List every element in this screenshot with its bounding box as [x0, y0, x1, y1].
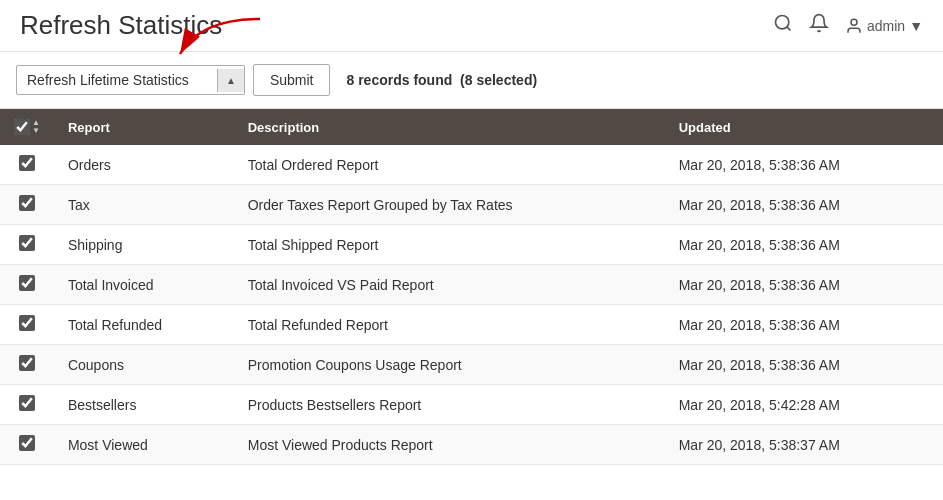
row-checkbox[interactable]	[19, 395, 35, 411]
row-description: Order Taxes Report Grouped by Tax Rates	[234, 185, 665, 225]
header-icons: admin ▼	[773, 13, 923, 38]
row-checkbox-cell[interactable]	[0, 345, 54, 385]
action-select[interactable]: Refresh Lifetime Statistics	[17, 66, 217, 94]
admin-dropdown-icon: ▼	[909, 18, 923, 34]
row-updated: Mar 20, 2018, 5:38:36 AM	[665, 265, 943, 305]
row-checkbox[interactable]	[19, 275, 35, 291]
row-checkbox-cell[interactable]	[0, 225, 54, 265]
row-checkbox[interactable]	[19, 315, 35, 331]
sort-arrows: ▲▼	[32, 119, 40, 135]
row-updated: Mar 20, 2018, 5:42:28 AM	[665, 385, 943, 425]
admin-label: admin	[867, 18, 905, 34]
action-select-wrapper[interactable]: Refresh Lifetime Statistics ▲	[16, 65, 245, 95]
page-header: Refresh Statistics admin ▼	[0, 0, 943, 52]
table-row: ShippingTotal Shipped ReportMar 20, 2018…	[0, 225, 943, 265]
row-report: Total Refunded	[54, 305, 234, 345]
table-row: BestsellersProducts Bestsellers ReportMa…	[0, 385, 943, 425]
admin-user-menu[interactable]: admin ▼	[845, 17, 923, 35]
submit-button[interactable]: Submit	[253, 64, 331, 96]
svg-point-2	[851, 19, 857, 25]
row-description: Most Viewed Products Report	[234, 425, 665, 465]
row-description: Total Shipped Report	[234, 225, 665, 265]
row-description: Total Ordered Report	[234, 145, 665, 185]
row-updated: Mar 20, 2018, 5:38:36 AM	[665, 185, 943, 225]
row-updated: Mar 20, 2018, 5:38:36 AM	[665, 225, 943, 265]
red-arrow-indicator	[160, 14, 280, 67]
row-report: Orders	[54, 145, 234, 185]
svg-point-0	[776, 16, 789, 29]
table-row: OrdersTotal Ordered ReportMar 20, 2018, …	[0, 145, 943, 185]
row-updated: Mar 20, 2018, 5:38:36 AM	[665, 345, 943, 385]
row-report: Total Invoiced	[54, 265, 234, 305]
row-report: Bestsellers	[54, 385, 234, 425]
table-row: Most ViewedMost Viewed Products ReportMa…	[0, 425, 943, 465]
records-info: 8 records found (8 selected)	[346, 72, 537, 88]
row-report: Shipping	[54, 225, 234, 265]
row-checkbox-cell[interactable]	[0, 185, 54, 225]
row-checkbox[interactable]	[19, 235, 35, 251]
row-report: Coupons	[54, 345, 234, 385]
table-header-row: ▲▼ Report Description Updated	[0, 109, 943, 145]
row-checkbox[interactable]	[19, 355, 35, 371]
select-all-checkbox[interactable]	[14, 119, 30, 135]
row-checkbox[interactable]	[19, 435, 35, 451]
row-checkbox[interactable]	[19, 195, 35, 211]
selected-count: (8 selected)	[460, 72, 537, 88]
row-updated: Mar 20, 2018, 5:38:36 AM	[665, 145, 943, 185]
row-report: Most Viewed	[54, 425, 234, 465]
select-all-col[interactable]: ▲▼	[0, 109, 54, 145]
table-row: CouponsPromotion Coupons Usage ReportMar…	[0, 345, 943, 385]
bell-icon[interactable]	[809, 13, 829, 38]
row-checkbox-cell[interactable]	[0, 145, 54, 185]
statistics-table: ▲▼ Report Description Updated OrdersTota…	[0, 109, 943, 465]
row-description: Promotion Coupons Usage Report	[234, 345, 665, 385]
row-description: Total Invoiced VS Paid Report	[234, 265, 665, 305]
table-row: TaxOrder Taxes Report Grouped by Tax Rat…	[0, 185, 943, 225]
row-report: Tax	[54, 185, 234, 225]
records-count: 8 records found	[346, 72, 452, 88]
row-checkbox-cell[interactable]	[0, 425, 54, 465]
row-checkbox-cell[interactable]	[0, 265, 54, 305]
search-icon[interactable]	[773, 13, 793, 38]
updated-header: Updated	[665, 109, 943, 145]
row-checkbox-cell[interactable]	[0, 305, 54, 345]
row-checkbox-cell[interactable]	[0, 385, 54, 425]
row-updated: Mar 20, 2018, 5:38:37 AM	[665, 425, 943, 465]
row-description: Total Refunded Report	[234, 305, 665, 345]
description-header: Description	[234, 109, 665, 145]
row-description: Products Bestsellers Report	[234, 385, 665, 425]
row-updated: Mar 20, 2018, 5:38:36 AM	[665, 305, 943, 345]
action-select-arrow[interactable]: ▲	[217, 69, 244, 92]
report-header: Report	[54, 109, 234, 145]
toolbar: Refresh Lifetime Statistics ▲ Submit 8 r…	[0, 52, 943, 109]
row-checkbox[interactable]	[19, 155, 35, 171]
svg-line-1	[787, 27, 791, 31]
table-row: Total RefundedTotal Refunded ReportMar 2…	[0, 305, 943, 345]
table-row: Total InvoicedTotal Invoiced VS Paid Rep…	[0, 265, 943, 305]
